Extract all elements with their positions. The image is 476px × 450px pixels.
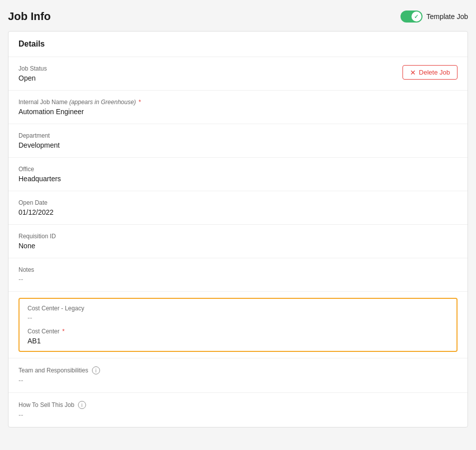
template-job-toggle[interactable]: ✓ [400, 11, 422, 23]
office-value: Headquarters [18, 175, 458, 183]
team-responsibilities-row: Team and Responsibilities i -- [8, 358, 468, 393]
toggle-knob: ✓ [412, 12, 422, 22]
notes-label: Notes [18, 266, 458, 273]
office-label: Office [18, 166, 458, 173]
department-row: Department Development [8, 124, 468, 158]
cost-center-required-marker: * [62, 328, 64, 335]
delete-icon: ✕ [410, 69, 416, 76]
team-responsibilities-info-icon[interactable]: i [92, 366, 100, 374]
job-status-value: Open [18, 74, 402, 82]
department-label: Department [18, 132, 458, 139]
how-to-sell-value: -- [18, 411, 458, 419]
delete-job-button[interactable]: ✕ Delete Job [402, 65, 458, 80]
required-marker: * [138, 99, 141, 106]
notes-row: Notes -- [8, 258, 468, 292]
delete-job-label: Delete Job [419, 69, 450, 76]
cost-center-label: Cost Center * [28, 328, 448, 335]
details-header: Details [8, 32, 468, 57]
internal-job-name-row: Internal Job Name (appears in Greenhouse… [8, 91, 468, 124]
how-to-sell-label: How To Sell This Job i [18, 401, 458, 409]
page-title: Job Info [8, 10, 51, 23]
open-date-value: 01/12/2022 [18, 208, 458, 216]
requisition-id-row: Requisition ID None [8, 225, 468, 258]
office-row: Office Headquarters [8, 158, 468, 191]
cost-center-highlighted-row: Cost Center - Legacy -- Cost Center * AB… [8, 292, 468, 358]
job-status-field: Job Status Open [18, 65, 402, 82]
open-date-label: Open Date [18, 199, 458, 206]
how-to-sell-info-icon[interactable]: i [78, 401, 86, 409]
highlighted-section: Cost Center - Legacy -- Cost Center * AB… [18, 298, 458, 352]
cost-center-field: Cost Center * AB1 [28, 328, 448, 345]
how-to-sell-row: How To Sell This Job i -- [8, 393, 468, 427]
internal-job-name-label: Internal Job Name (appears in Greenhouse… [18, 99, 458, 106]
internal-job-name-value: Automation Engineer [18, 108, 458, 116]
toggle-check-icon: ✓ [414, 14, 418, 20]
template-job-toggle-area: ✓ Template Job [400, 11, 468, 23]
requisition-id-label: Requisition ID [18, 233, 458, 240]
team-responsibilities-label: Team and Responsibilities i [18, 366, 458, 374]
team-responsibilities-value: -- [18, 376, 458, 384]
cost-center-value: AB1 [28, 337, 448, 345]
page-header: Job Info ✓ Template Job [8, 10, 468, 23]
page-container: Job Info ✓ Template Job Details Job Stat… [0, 0, 476, 450]
requisition-id-value: None [18, 242, 458, 250]
toggle-label: Template Job [426, 13, 468, 21]
open-date-row: Open Date 01/12/2022 [8, 191, 468, 225]
department-value: Development [18, 141, 458, 149]
cost-center-legacy-value: -- [28, 314, 448, 322]
job-status-label: Job Status [18, 65, 402, 72]
cost-center-legacy-field: Cost Center - Legacy -- [28, 305, 448, 322]
job-status-row: Job Status Open ✕ Delete Job [8, 57, 468, 91]
notes-value: -- [18, 275, 458, 283]
cost-center-legacy-label: Cost Center - Legacy [28, 305, 448, 312]
details-card: Details Job Status Open ✕ Delete Job Int… [8, 31, 468, 427]
